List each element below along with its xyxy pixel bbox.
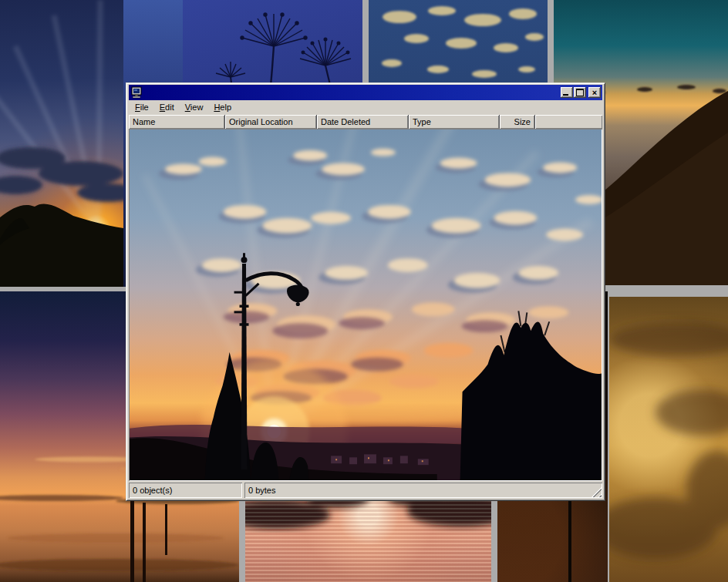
lake-pole — [143, 503, 146, 582]
lake-pole — [165, 504, 167, 555]
wallpaper-photo-sunrays — [0, 0, 123, 287]
water-ripples — [245, 500, 491, 582]
close-icon: × — [592, 88, 597, 97]
minimize-icon — [563, 94, 568, 96]
menu-edit[interactable]: Edit — [154, 101, 180, 114]
golden-haze-detail — [609, 297, 728, 582]
column-header-row: Name Original Location Date Deleted Type… — [129, 115, 602, 129]
menu-bar: File Edit View Help — [129, 100, 602, 115]
desktop: × File Edit View Help Name Original Loca… — [0, 0, 728, 582]
recycle-bin-window: × File Edit View Help Name Original Loca… — [126, 82, 605, 501]
menu-view[interactable]: View — [180, 101, 209, 114]
column-header-date-deleted[interactable]: Date Deleted — [317, 115, 409, 129]
close-button[interactable]: × — [588, 87, 601, 98]
column-header-filler — [535, 115, 602, 129]
status-bar: 0 object(s) 0 bytes — [129, 483, 602, 498]
listview-wallpaper-sunset-lamp — [130, 130, 602, 480]
title-bar[interactable]: × — [129, 85, 602, 100]
sunset-lamp-photo — [130, 130, 602, 480]
column-header-original-location[interactable]: Original Location — [225, 115, 317, 129]
column-header-size[interactable]: Size — [500, 115, 535, 129]
file-list-area[interactable] — [129, 129, 602, 481]
menu-help[interactable]: Help — [208, 101, 237, 114]
lake-pole — [130, 501, 134, 582]
maximize-button[interactable] — [574, 87, 586, 98]
shore-pole — [568, 500, 571, 582]
menu-file[interactable]: File — [130, 101, 154, 114]
column-header-name[interactable]: Name — [129, 115, 225, 129]
status-byte-count: 0 bytes — [244, 483, 602, 498]
minimize-button[interactable] — [561, 87, 573, 98]
status-object-count: 0 object(s) — [129, 483, 242, 498]
sunrays-silhouette — [0, 0, 123, 287]
column-header-type[interactable]: Type — [409, 115, 500, 129]
computer-monitor-icon — [130, 86, 143, 99]
wallpaper-photo-golden-haze — [609, 297, 728, 582]
maximize-icon — [576, 89, 584, 96]
